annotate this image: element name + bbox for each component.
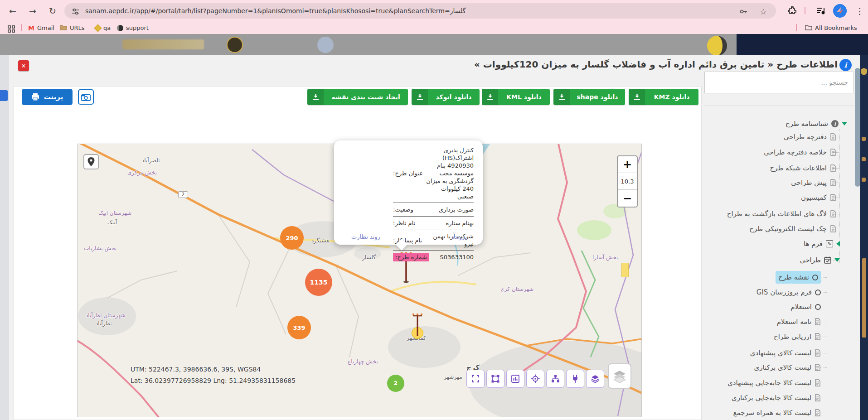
- tree-item-label: لیست کالا جابه‌جایی پیشنهادی: [727, 377, 811, 389]
- cluster-marker[interactable]: 290: [280, 226, 304, 250]
- map-region-label: شهرستان نظرآباد: [86, 312, 126, 319]
- tree-item-proposed-goods-list[interactable]: لیست کالای پیشنهادی: [750, 347, 821, 359]
- tree-item-designer-evaluation[interactable]: ارزیابی طراح: [774, 331, 821, 343]
- screenshot-button[interactable]: [78, 89, 94, 105]
- location-pin-icon: [87, 157, 95, 166]
- tree-item-label: نقشه طرح: [778, 271, 809, 283]
- select-area-tool-button[interactable]: [486, 370, 504, 388]
- gmail-icon: M: [28, 24, 34, 32]
- case-file-link[interactable]: پرونده: [451, 233, 467, 240]
- document-icon: [815, 318, 821, 325]
- download-kml-button[interactable]: دانلود KML: [482, 89, 550, 105]
- map-region-label: شهرستان آبیک: [98, 210, 131, 216]
- tree-item-design-notebook[interactable]: دفترچه طراحی: [784, 131, 836, 143]
- tree-item-forms[interactable]: ✎ فرم ها: [804, 238, 840, 250]
- close-modal-button[interactable]: ✕: [18, 60, 29, 71]
- yellow-area-marker: [621, 263, 629, 277]
- locate-tool-button[interactable]: [526, 370, 544, 388]
- document-icon: [815, 349, 821, 357]
- tree-item-relocation-removed-list[interactable]: لیست کالا جابه‌جایی برکناری: [732, 392, 821, 404]
- popup-row: کنترل پذیری اشتراک(HS) 4920930 بنام موسس…: [393, 144, 474, 203]
- sitemap-icon: [551, 374, 560, 383]
- all-bookmarks[interactable]: All Bookmarks: [805, 24, 857, 32]
- basemap-layers-button[interactable]: [608, 363, 631, 389]
- cluster-marker[interactable]: 2: [387, 375, 404, 392]
- browser-toolbar: ← → ↻ sanam.aepdc.ir/app/#/portal/tarh/l…: [0, 0, 868, 22]
- bookmark-support[interactable]: support: [117, 24, 149, 32]
- chevron-expanded-icon[interactable]: [842, 122, 847, 126]
- url-text[interactable]: sanam.aepdc.ir/app/#/portal/tarh/list?pa…: [85, 7, 466, 14]
- forward-icon[interactable]: →: [26, 5, 39, 17]
- tree-item-label: پیش طراحی: [791, 177, 827, 188]
- chevron-expanded-icon[interactable]: [834, 258, 840, 262]
- tree-item-label: لیست کالا به همراه سرجمع: [733, 407, 811, 419]
- password-key-icon[interactable]: [739, 7, 748, 16]
- search-input[interactable]: [704, 72, 854, 93]
- calendar-check-icon: [824, 256, 831, 264]
- back-icon[interactable]: ←: [6, 5, 19, 17]
- modal-scrollbar[interactable]: [855, 68, 860, 187]
- info-icon: i: [839, 59, 852, 71]
- popup-label: شماره طرح:: [393, 254, 432, 261]
- bookmark-label: URLs: [70, 24, 85, 31]
- apps-grid-icon[interactable]: [5, 23, 17, 35]
- network-tool-button[interactable]: [546, 370, 564, 388]
- connection-tool-button[interactable]: [566, 370, 584, 388]
- bookmark-label: qa: [103, 24, 111, 31]
- bookmark-qa[interactable]: qa: [95, 24, 111, 32]
- site-settings-icon[interactable]: [71, 7, 80, 16]
- zoom-in-button[interactable]: +: [618, 156, 637, 173]
- tree-item-gis-update-form[interactable]: فرم بروزرسان GIS: [756, 286, 821, 298]
- tree-item-plan-identity[interactable]: i شناسنامه طرح: [786, 118, 847, 130]
- download-autocad-button[interactable]: دانلود اتوکد: [412, 89, 480, 105]
- tree-item-return-logs[interactable]: لاگ های اطلاعات بازگشت به طراح: [727, 208, 836, 220]
- info-icon: i: [831, 120, 839, 127]
- chart-tool-button[interactable]: [506, 370, 524, 388]
- cluster-marker[interactable]: 1135: [305, 269, 332, 296]
- extensions-icon[interactable]: [786, 5, 798, 17]
- tree-item-removed-goods-list[interactable]: لیست کالای برکناری: [754, 362, 821, 373]
- circle-icon: [815, 304, 821, 310]
- tree-item-notebook-summary[interactable]: خلاصه دفترچه طراحی: [764, 146, 836, 158]
- zoom-out-button[interactable]: −: [618, 190, 637, 207]
- bookmark-urls[interactable]: URLs: [60, 24, 85, 32]
- power-pole-marker[interactable]: [412, 313, 423, 337]
- layers-tool-button[interactable]: [586, 370, 604, 388]
- print-button[interactable]: پرینت: [22, 89, 73, 105]
- create-sheet-layout-button[interactable]: ایجاد شیت بندی نقشه: [307, 89, 408, 105]
- menu-dots-icon[interactable]: ⋮: [854, 5, 866, 17]
- tree-item-electronic-checklist[interactable]: چک لیست الکترونیکی طرح: [749, 223, 836, 235]
- reading-list-icon[interactable]: [815, 5, 827, 17]
- monitoring-trend-link[interactable]: روند نظارت: [351, 233, 380, 240]
- tree-item-pre-design[interactable]: پیش طراحی: [791, 177, 836, 188]
- bookmark-gmail[interactable]: M Gmail: [28, 24, 54, 32]
- tree-item-label: لیست کالا جابه‌جایی برکناری: [732, 392, 811, 404]
- chevron-collapsed-icon[interactable]: [836, 241, 840, 246]
- pin-tool-button[interactable]: [83, 154, 99, 169]
- profile-avatar[interactable]: [833, 4, 847, 18]
- bookmark-star-icon[interactable]: ☆: [759, 7, 768, 16]
- map-place-label: نظرآباد: [96, 320, 112, 327]
- tree-item-design[interactable]: طراحی: [800, 254, 840, 266]
- reload-icon[interactable]: ↻: [46, 5, 59, 17]
- tree-item-plan-map[interactable]: نقشه طرح: [776, 271, 821, 283]
- tree-item-inquiry[interactable]: استعلام: [790, 301, 821, 313]
- download-kmz-button[interactable]: دانلود KMZ: [629, 89, 698, 105]
- tree-item-commission[interactable]: کمیسیون: [801, 192, 836, 203]
- tree-connector: [820, 292, 827, 293]
- tree-connector: [820, 383, 827, 383]
- fullscreen-tool-button[interactable]: [466, 370, 485, 388]
- map-place-label: آبیک: [107, 219, 117, 226]
- tree-item-label: لیست کالای پیشنهادی: [750, 347, 811, 359]
- map-place-label: مهرشهر: [444, 374, 462, 380]
- download-shape-button[interactable]: دانلود shape: [553, 89, 625, 105]
- address-bar[interactable]: sanam.aepdc.ir/app/#/portal/tarh/list?pa…: [64, 3, 776, 19]
- selected-tree-item[interactable]: نقشه طرح: [776, 271, 821, 284]
- cluster-marker[interactable]: 339: [287, 316, 311, 339]
- tree-item-network-info[interactable]: اطلاعات شبکه طرح: [770, 162, 836, 174]
- tree-item-inquiry-letter[interactable]: نامه استعلام: [777, 316, 821, 328]
- tree-item-relocation-proposed-list[interactable]: لیست کالا جابه‌جایی پیشنهادی: [727, 377, 821, 389]
- tree-item-goods-with-total-list[interactable]: لیست کالا به همراه سرجمع: [733, 407, 821, 419]
- tree-item-label: خلاصه دفترچه طراحی: [764, 146, 827, 158]
- tree-connector: [820, 337, 827, 337]
